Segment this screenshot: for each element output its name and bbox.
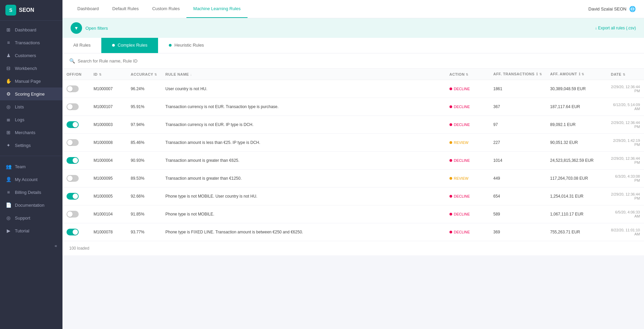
toggle-cell-4	[62, 152, 89, 170]
cell-rule-name-1[interactable]: Transaction currency is not EUR. Transac…	[161, 98, 445, 116]
toggle-M1000004[interactable]	[67, 157, 79, 164]
col-header-aff-transactions[interactable]: AFF. TRANSACTIONS ℹ ⇅	[489, 69, 546, 80]
logo-icon: S	[5, 5, 16, 16]
cell-aff-transactions-3: 227	[489, 134, 546, 152]
cell-rule-name-4[interactable]: Transaction amount is greater than €625.	[161, 152, 445, 170]
sidebar-collapse-button[interactable]: «	[0, 240, 62, 252]
cell-aff-transactions-0: 1861	[489, 80, 546, 98]
sidebar-item-transactions[interactable]: ≡Transactions	[0, 36, 62, 49]
sidebar-item-documentation[interactable]: 📄Documentation	[0, 199, 62, 211]
col-header-date[interactable]: DATE ⇅	[607, 69, 644, 80]
toggle-M1000107[interactable]	[67, 103, 79, 110]
action-label: DECLINE	[454, 230, 470, 234]
cell-rule-name-3[interactable]: Transaction amount is less than €25. IP …	[161, 134, 445, 152]
cell-accuracy-8: 93.77%	[127, 223, 161, 241]
team-icon: 👥	[5, 163, 11, 170]
sidebar-bottom-section: 👥Team👤My Account≡Billing Details📄Documen…	[0, 157, 62, 240]
sidebar-item-workbench[interactable]: ⊟Workbench	[0, 62, 62, 75]
export-button[interactable]: ↓ Export all rules (.csv)	[595, 26, 636, 30]
logs-icon: ≣	[5, 117, 11, 123]
sidebar-label-billing-details: Billing Details	[15, 190, 41, 195]
topnav-tab-custom-rules[interactable]: Custom Rules	[146, 0, 187, 18]
toggle-M1000095[interactable]	[67, 175, 79, 182]
cell-accuracy-3: 85.46%	[127, 134, 161, 152]
cell-aff-amount-7: 1,067,110.17 EUR	[546, 205, 607, 223]
action-label: DECLINE	[454, 194, 470, 198]
cell-aff-transactions-6: 654	[489, 187, 546, 205]
filter-icon[interactable]: ▼	[71, 22, 82, 34]
toggle-knob	[67, 211, 73, 217]
action-dot	[449, 213, 452, 216]
sidebar-item-my-account[interactable]: 👤My Account	[0, 173, 62, 186]
sidebar-logo: S SEON	[0, 0, 62, 21]
search-input[interactable]	[78, 58, 637, 64]
toggle-M1000005[interactable]	[67, 193, 79, 200]
topnav-tab-default-rules[interactable]: Default Rules	[106, 0, 146, 18]
table-row: M100009589.53%Transaction amount is grea…	[62, 170, 644, 187]
sidebar-item-merchants[interactable]: ⊞Merchants	[0, 126, 62, 139]
cell-action-2: DECLINE	[445, 116, 489, 134]
sidebar-item-customers[interactable]: ♟Customers	[0, 49, 62, 62]
col-header-accuracy[interactable]: ACCURACY ⇅	[127, 69, 161, 80]
cell-rule-name-2[interactable]: Transaction currency is not EUR. IP type…	[161, 116, 445, 134]
sidebar-item-manual-page[interactable]: ✋Manual Page	[0, 75, 62, 87]
toggle-M1000007[interactable]	[67, 85, 79, 92]
sidebar-item-tutorial[interactable]: ▶Tutorial	[0, 224, 62, 237]
cell-rule-name-7[interactable]: Phone type is not MOBILE.	[161, 205, 445, 223]
cell-date-3: 2/29/20, 1:42:19 PM	[607, 134, 644, 152]
col-header-id[interactable]: ID ⇅	[89, 69, 127, 80]
action-label: DECLINE	[454, 212, 470, 216]
action-label: DECLINE	[454, 158, 470, 162]
cell-aff-transactions-8: 369	[489, 223, 546, 241]
sidebar-item-support[interactable]: ◎Support	[0, 211, 62, 224]
rule-type-tabs: All RulesComplex RulesHeuristic Rules	[62, 38, 644, 53]
cell-accuracy-6: 92.66%	[127, 187, 161, 205]
sidebar-label-support: Support	[15, 216, 30, 221]
sidebar-item-dashboard[interactable]: ⊞Dashboard	[0, 23, 62, 36]
topnav-tab-dashboard[interactable]: Dashboard	[71, 0, 106, 18]
sidebar-item-logs[interactable]: ≣Logs	[0, 113, 62, 126]
table-row: M100000490.93%Transaction amount is grea…	[62, 152, 644, 170]
cell-rule-name-0[interactable]: User country is not HU.	[161, 80, 445, 98]
toggle-cell-1	[62, 98, 89, 116]
col-header-rule-name[interactable]: RULE NAME ↓	[161, 69, 445, 80]
rule-tab-complex-rules[interactable]: Complex Rules	[101, 38, 158, 53]
sidebar-item-scoring-engine[interactable]: ⚙Scoring Engine	[0, 87, 62, 100]
action-badge-4: DECLINE	[449, 158, 470, 162]
cell-date-7: 6/5/20, 4:06:33 AM	[607, 205, 644, 223]
toggle-cell-2	[62, 116, 89, 134]
action-dot	[449, 141, 452, 144]
toggle-M1000104[interactable]	[67, 211, 79, 218]
sidebar-item-lists[interactable]: ◎Lists	[0, 100, 62, 113]
sidebar-item-settings[interactable]: ✦Settings	[0, 139, 62, 152]
cell-action-0: DECLINE	[445, 80, 489, 98]
table-row: M100000885.46%Transaction amount is less…	[62, 134, 644, 152]
sidebar-item-billing-details[interactable]: ≡Billing Details	[0, 186, 62, 199]
cell-accuracy-4: 90.93%	[127, 152, 161, 170]
main-area: DashboardDefault RulesCustom RulesMachin…	[62, 0, 644, 329]
table-body: M100000796.24%User country is not HU.DEC…	[62, 80, 644, 241]
rule-tab-all-rules[interactable]: All Rules	[62, 38, 101, 53]
sidebar-item-team[interactable]: 👥Team	[0, 160, 62, 173]
toggle-M1000008[interactable]	[67, 139, 79, 146]
rule-tab-heuristic-rules[interactable]: Heuristic Rules	[158, 38, 214, 53]
cell-rule-name-6[interactable]: Phone type is not MOBILE. User country i…	[161, 187, 445, 205]
globe-icon[interactable]: 🌐	[629, 6, 636, 12]
open-filters-button[interactable]: Open filters	[85, 26, 108, 31]
toggle-M1000003[interactable]	[67, 121, 79, 128]
toggle-cell-5	[62, 170, 89, 187]
cell-id-6: M1000005	[89, 187, 127, 205]
cell-rule-name-8[interactable]: Phone type is FIXED LINE. Transaction am…	[161, 223, 445, 241]
toggle-M1000078[interactable]	[67, 229, 79, 235]
col-header-action[interactable]: ACTION ⇅	[445, 69, 489, 80]
sidebar-label-scoring-engine: Scoring Engine	[15, 92, 45, 97]
cell-aff-amount-5: 117,264,703.08 EUR	[546, 170, 607, 187]
cell-rule-name-5[interactable]: Transaction amount is greater than €1250…	[161, 170, 445, 187]
settings-icon: ✦	[5, 142, 11, 148]
col-header-aff-amount[interactable]: AFF. AMOUNT ℹ ⇅	[546, 69, 607, 80]
topnav-tab-machine-learning-rules[interactable]: Machine Learning Rules	[186, 0, 247, 18]
rules-table: OFF/ON ID ⇅ ACCURACY ⇅ RULE NAME ↓ ACTIO…	[62, 69, 644, 241]
cell-id-3: M1000008	[89, 134, 127, 152]
action-label: REVIEW	[454, 141, 468, 145]
cell-aff-amount-2: 89,092.1 EUR	[546, 116, 607, 134]
